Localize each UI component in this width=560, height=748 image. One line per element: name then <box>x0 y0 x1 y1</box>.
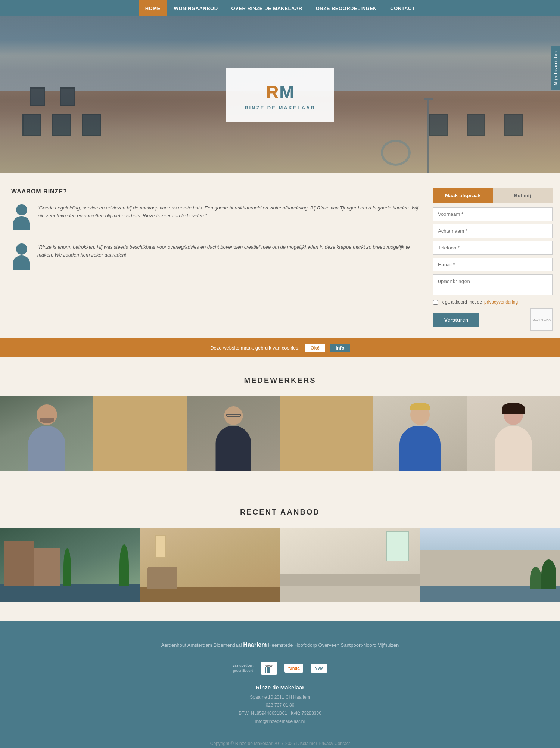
footer-cities-bold: Haarlem <box>243 642 267 648</box>
privacy-text: Ik ga akkoord met de <box>440 299 482 305</box>
medewerker-5[interactable] <box>373 396 467 471</box>
nav-woningaanbod[interactable]: WONINGAANBOD <box>167 0 225 16</box>
medewerker-6[interactable] <box>467 396 560 471</box>
aanbod-section: RECENT AANBOD <box>0 489 560 602</box>
form-tabs: Maak afspraak Bel mij <box>433 188 553 203</box>
property-2[interactable] <box>140 528 280 602</box>
property-3[interactable] <box>280 528 420 602</box>
footer-details: Spaarne 10 2011 CH Haarlem 023 737 01 80… <box>7 693 553 726</box>
testimonial-2: "Rinze is enorm betrokken. Hij was steed… <box>11 243 422 270</box>
waarom-title: WAAROM RINZE? <box>11 188 422 195</box>
footer-cities: Aerdenhout Amsterdam Bloemendaal Haarlem… <box>7 640 553 651</box>
nvm-logo: NVM <box>311 664 327 673</box>
testimonial-1-text: "Goede begeleiding, service en adviezen … <box>37 204 422 220</box>
footer-privacy-link[interactable]: Privacy <box>318 741 333 746</box>
cookie-ok-button[interactable]: Oké <box>305 344 325 352</box>
avatar-1 <box>11 204 32 230</box>
submit-button[interactable]: Versturen <box>433 313 479 327</box>
footer-disclaimer-link[interactable]: Disclaimer <box>296 741 317 746</box>
footer-btw: BTW: NL859440631B01 | KvK: 73288330 <box>7 710 553 718</box>
tab-bel-mij[interactable]: Bel mij <box>493 188 553 203</box>
svg-text:M: M <box>279 82 294 102</box>
nav-beoordelingen[interactable]: ONZE BEOORDELINGEN <box>309 0 384 16</box>
favorites-tab[interactable]: Mijn favorieten <box>551 46 560 90</box>
waarom-section: WAAROM RINZE? "Goede begeleiding, servic… <box>0 173 560 338</box>
medewerkers-title: MEDEWERKERS <box>0 376 560 385</box>
logo-svg: R M <box>265 80 295 102</box>
privacy-row: Ik ga akkoord met de privacyverklaring <box>433 299 553 305</box>
property-4[interactable] <box>420 528 560 602</box>
nav-home[interactable]: HOME <box>139 0 167 16</box>
medewerkers-section: MEDEWERKERS <box>0 357 560 471</box>
footer-phone: 023 737 01 80 <box>7 701 553 710</box>
achternaam-input[interactable] <box>433 224 553 238</box>
hero-logo-box: R M RINZE DE MAKELAAR <box>226 68 334 122</box>
footer: Aerdenhout Amsterdam Bloemendaal Haarlem… <box>0 621 560 748</box>
recaptcha-box: reCAPTCHA <box>530 308 553 331</box>
waarom-left: WAAROM RINZE? "Goede begeleiding, servic… <box>0 188 433 338</box>
voornaam-input[interactable] <box>433 207 553 221</box>
footer-address: Spaarne 10 2011 CH Haarlem <box>7 693 553 702</box>
cookie-info-button[interactable]: Info <box>330 344 350 352</box>
medewerkers-grid <box>0 396 560 471</box>
footer-copyright: Copyright © Rinze de Makelaar 2017-2025 <box>210 741 295 746</box>
telefoon-input[interactable] <box>433 241 553 255</box>
footer-email[interactable]: info@rinzedemakelaar.nl <box>7 718 553 726</box>
cookie-banner: Deze website maakt gebruik van cookies. … <box>0 338 560 357</box>
svg-text:R: R <box>266 82 279 102</box>
cookie-message: Deze website maakt gebruik van cookies. <box>210 345 299 351</box>
form-footer: Versturen reCAPTCHA <box>433 308 553 331</box>
testimonial-2-text: "Rinze is enorm betrokken. Hij was steed… <box>37 243 422 259</box>
vastgoedcert-logo: vastgoedcert gecertificeerd <box>233 664 253 673</box>
aanbod-title: RECENT AANBOD <box>0 508 560 516</box>
funda-logo: funda <box>284 664 303 673</box>
footer-cities-normal: Aerdenhout Amsterdam Bloemendaal <box>161 642 242 648</box>
spacer-1 <box>0 471 560 489</box>
footer-contact-link[interactable]: Contact <box>335 741 350 746</box>
footer-cities-rest: Heemstede Hoofddorp Overveen Santpoort-N… <box>268 642 399 648</box>
privacy-checkbox[interactable] <box>433 300 438 305</box>
contact-form-panel: Maak afspraak Bel mij Ik ga akkoord met … <box>433 188 560 338</box>
main-nav: HOME WONINGAANBOD OVER RINZE DE MAKELAAR… <box>0 0 560 16</box>
spacer-2 <box>0 602 560 621</box>
hero-logo-text: RINZE DE MAKELAAR <box>245 105 315 111</box>
medewerker-2-bg <box>93 396 187 471</box>
testimonial-1: "Goede begeleiding, service en adviezen … <box>11 204 422 230</box>
email-input[interactable] <box>433 258 553 271</box>
privacy-link[interactable]: privacyverklaring <box>484 299 518 305</box>
hero-section: R M RINZE DE MAKELAAR Mijn favorieten <box>0 16 560 173</box>
tab-maak-afspraak[interactable]: Maak afspraak <box>433 188 493 203</box>
medewerker-3[interactable] <box>187 396 280 471</box>
opmerkingen-input[interactable] <box>433 274 553 295</box>
medewerker-1[interactable] <box>0 396 93 471</box>
medewerker-4-bg <box>280 396 373 471</box>
property-1[interactable] <box>0 528 140 602</box>
nav-over[interactable]: OVER RINZE DE MAKELAAR <box>225 0 309 16</box>
nwwi-logo: NWWI <box>261 662 277 675</box>
aanbod-grid <box>0 528 560 602</box>
avatar-2 <box>11 243 32 270</box>
nav-contact[interactable]: CONTACT <box>383 0 421 16</box>
footer-logos: vastgoedcert gecertificeerd NWWI funda N… <box>7 662 553 675</box>
footer-company-name: Rinze de Makelaar <box>7 684 553 690</box>
footer-bottom: Copyright © Rinze de Makelaar 2017-2025 … <box>7 735 553 746</box>
